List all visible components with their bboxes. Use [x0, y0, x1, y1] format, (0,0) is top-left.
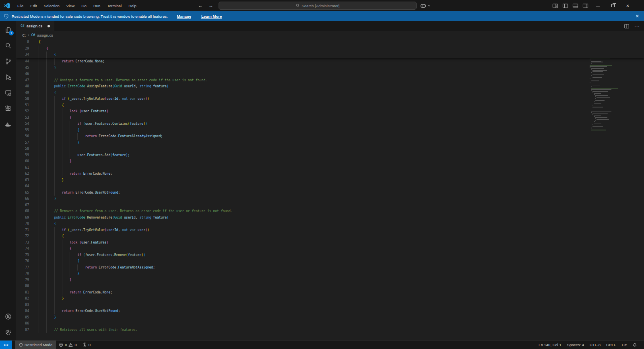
more-actions-icon[interactable]: ···	[634, 24, 640, 28]
code-line[interactable]: 81 return ErrorCode.None;	[16, 289, 644, 296]
code-line[interactable]: 79 }	[16, 277, 644, 283]
banner-close-icon[interactable]: ✕	[636, 11, 639, 21]
code-line[interactable]: 71 if (_users.TryGetValue(userId, out va…	[16, 227, 644, 233]
code-line[interactable]: 58	[16, 146, 644, 152]
menu-item-view[interactable]: View	[63, 2, 78, 9]
code-line[interactable]: 78 }	[16, 271, 644, 277]
menu-item-file[interactable]: File	[14, 2, 27, 9]
language-mode[interactable]: C#	[619, 341, 630, 349]
code-line[interactable]: 62 return ErrorCode.None;	[16, 171, 644, 177]
learn-more-link[interactable]: Learn More	[201, 14, 222, 19]
code-line[interactable]: 51 {	[16, 102, 644, 109]
docker-icon[interactable]	[0, 116, 16, 132]
manage-link[interactable]: Manage	[177, 14, 191, 19]
tab-assign-cs[interactable]: C# assign.cs	[16, 21, 54, 31]
indentation-status[interactable]: Spaces: 4	[564, 341, 587, 349]
code-line[interactable]: 84 return ErrorCode.UserNotFound;	[16, 308, 644, 314]
code-line[interactable]: 85 }	[16, 314, 644, 321]
remote-explorer-icon[interactable]	[0, 85, 16, 101]
code-line[interactable]: 44 return ErrorCode.None;	[16, 58, 644, 65]
menu-item-run[interactable]: Run	[90, 2, 103, 9]
sticky-scroll[interactable]: 8{29 {34 {	[16, 39, 644, 58]
settings-gear-icon[interactable]	[0, 324, 16, 340]
close-button[interactable]: ✕	[620, 0, 635, 11]
code-line[interactable]: 45 }	[16, 65, 644, 71]
code-line[interactable]: 59 user.Features.Add(feature);	[16, 152, 644, 159]
extensions-icon[interactable]	[0, 101, 16, 116]
code-line[interactable]: 77 return ErrorCode.FeatureNotAssigned;	[16, 264, 644, 271]
source-control-icon[interactable]	[0, 54, 16, 69]
command-center-search[interactable]: Search [Administrator]	[219, 2, 417, 10]
code-line[interactable]: 34 {	[16, 52, 644, 58]
restricted-mode-status[interactable]: Restricted Mode	[15, 341, 56, 349]
ports-status[interactable]: 0	[80, 341, 93, 349]
explorer-icon[interactable]: 1	[0, 22, 16, 38]
notifications-bell[interactable]	[630, 341, 640, 349]
code-editor[interactable]: 8{29 {34 { 44 return ErrorCode.None;45 }…	[16, 39, 644, 340]
code-line[interactable]: 69 public ErrorCode RemoveFeature(Guid u…	[16, 215, 644, 221]
restore-button[interactable]	[605, 0, 620, 11]
code-line[interactable]: 87 // Retrieves all users with their fea…	[16, 327, 644, 333]
code-line[interactable]: 57 }	[16, 140, 644, 146]
code-line[interactable]: 53 {	[16, 115, 644, 121]
code-line[interactable]: 72 {	[16, 233, 644, 240]
code-line[interactable]: 50 if (_users.TryGetValue(userId, out va…	[16, 96, 644, 102]
modified-dot-icon[interactable]	[47, 25, 50, 27]
code-line[interactable]: 86	[16, 320, 644, 327]
code-line[interactable]: 73 lock (user.Features)	[16, 240, 644, 246]
breadcrumb-drive[interactable]: C:	[22, 33, 26, 37]
cursor-position[interactable]: Ln 140, Col 1	[536, 341, 564, 349]
code-line[interactable]: 56 return ErrorCode.FeatureAlreadyAssign…	[16, 133, 644, 140]
code-text: }	[39, 140, 644, 146]
customize-layout-icon[interactable]	[552, 3, 558, 9]
code-line[interactable]: 67	[16, 202, 644, 209]
code-text: if (!user.Features.Remove(feature))	[39, 252, 644, 258]
code-line[interactable]: 68 // Removes a feature from a user. Ret…	[16, 208, 644, 215]
code-line[interactable]: 82 }	[16, 295, 644, 302]
code-line[interactable]: 46	[16, 71, 644, 77]
toggle-panel-icon[interactable]	[572, 3, 578, 9]
remote-indicator[interactable]: ><	[0, 341, 12, 349]
code-line[interactable]: 55 {	[16, 127, 644, 134]
menu-item-go[interactable]: Go	[78, 2, 90, 9]
run-debug-icon[interactable]	[0, 69, 16, 85]
code-line[interactable]: 66 }	[16, 196, 644, 202]
code-line[interactable]: 75 if (!user.Features.Remove(feature))	[16, 252, 644, 258]
code-line[interactable]: 60 }	[16, 158, 644, 165]
back-arrow-icon[interactable]: ←	[198, 3, 203, 8]
toggle-sidebar-icon[interactable]	[562, 3, 568, 9]
code-line[interactable]: 29 {	[16, 45, 644, 52]
code-line[interactable]: 47 // Assigns a feature to a user. Retur…	[16, 77, 644, 84]
forward-arrow-icon[interactable]: →	[208, 3, 213, 8]
split-editor-icon[interactable]	[624, 23, 630, 29]
copilot-menu[interactable]	[420, 0, 431, 11]
minimize-button[interactable]: —	[590, 0, 605, 11]
code-line[interactable]: 54 if (user.Features.Contains(feature))	[16, 121, 644, 127]
menu-item-selection[interactable]: Selection	[41, 2, 63, 9]
menu-item-terminal[interactable]: Terminal	[104, 2, 125, 9]
code-line[interactable]: 80	[16, 283, 644, 289]
menu-item-help[interactable]: Help	[125, 2, 140, 9]
code-line[interactable]: 65 return ErrorCode.UserNotFound;	[16, 190, 644, 196]
code-line[interactable]: 70 {	[16, 221, 644, 227]
code-lines[interactable]: 44 return ErrorCode.None;45 }4647 // Ass…	[16, 58, 644, 333]
code-line[interactable]: 63 }	[16, 177, 644, 184]
code-line[interactable]: 49 {	[16, 90, 644, 96]
search-sidebar-icon[interactable]	[0, 38, 16, 54]
code-line[interactable]: 64	[16, 183, 644, 190]
code-text: {	[39, 52, 644, 58]
eol-status[interactable]: CRLF	[603, 341, 619, 349]
accounts-icon[interactable]	[0, 309, 16, 324]
code-line[interactable]: 83	[16, 302, 644, 308]
code-line[interactable]: 61	[16, 165, 644, 171]
code-line[interactable]: 52 lock (user.Features)	[16, 108, 644, 115]
toggle-secondary-sidebar-icon[interactable]	[582, 3, 588, 9]
breadcrumb-file[interactable]: assign.cs	[37, 33, 53, 37]
menu-item-edit[interactable]: Edit	[27, 2, 40, 9]
problems-status[interactable]: 0 0	[56, 341, 80, 349]
code-line[interactable]: 48 public ErrorCode AssignFeature(Guid u…	[16, 83, 644, 90]
code-line[interactable]: 8{	[16, 39, 644, 45]
code-line[interactable]: 76 {	[16, 258, 644, 264]
encoding-status[interactable]: UTF-8	[587, 341, 603, 349]
code-line[interactable]: 74 {	[16, 246, 644, 252]
